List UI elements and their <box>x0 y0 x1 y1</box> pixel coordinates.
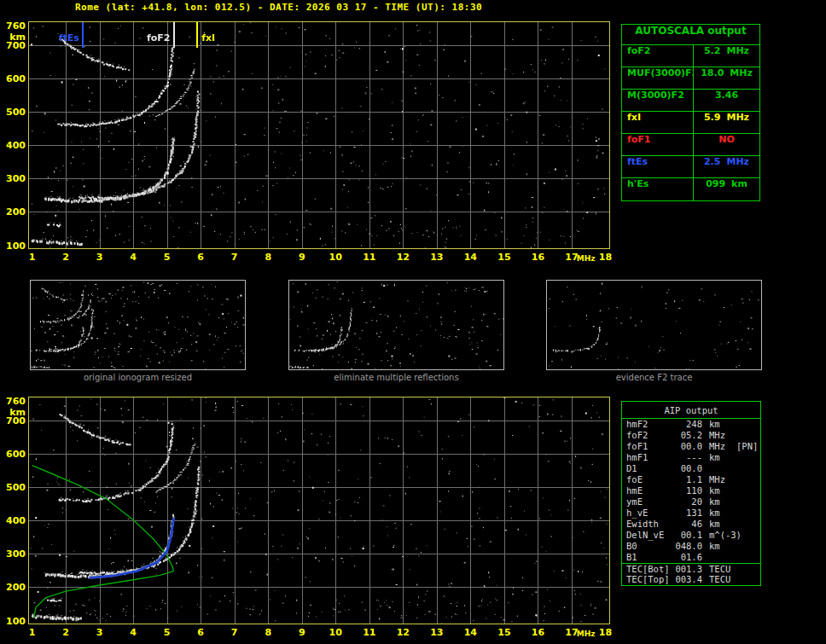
autoscala-row-label: foF1 <box>622 134 694 155</box>
aip-row-extra <box>735 452 760 463</box>
aip-row-extra <box>735 530 760 541</box>
aip-row-extra <box>735 574 760 585</box>
x-tick-label: 7 <box>225 627 244 638</box>
aip-row-B0: B0048.0km <box>622 541 760 552</box>
x-tick-label: 14 <box>461 252 480 263</box>
aip-row-unit: km <box>702 508 735 519</box>
x-tick-label: 15 <box>495 252 514 263</box>
y-tick-label: 500 <box>3 107 26 118</box>
aip-row-unit: MHz <box>702 441 735 452</box>
autoscala-table-title: AUTOSCALA output <box>622 25 759 45</box>
aip-row-label: hmF1 <box>622 452 672 463</box>
thumbnail-canvas-original <box>31 281 245 369</box>
x-tick-label: 11 <box>360 252 379 263</box>
aip-row-extra <box>735 552 760 563</box>
x-tick-label: 14 <box>461 627 480 638</box>
x-tick-label: 13 <box>428 252 446 263</box>
aip-row-label: DelN_vE <box>622 530 672 541</box>
x-tick-label: 2 <box>56 627 75 638</box>
autoscala-row-ftEs: ftEs2.5MHz <box>622 156 759 178</box>
autoscala-row-label: M(3000)F2 <box>622 90 694 111</box>
autoscala-row-value-cell: 5.2MHz <box>694 45 759 67</box>
y-tick-label: 300 <box>3 548 26 560</box>
x-tick-label: 16 <box>528 627 547 638</box>
x-tick-label: 18 <box>596 627 615 638</box>
x-axis-unit: MHz <box>577 629 596 638</box>
autoscala-row-foF2: foF25.2MHz <box>622 45 759 67</box>
aip-row-extra: [PN] <box>735 441 760 452</box>
aip-row-B1: B101.6 <box>622 552 760 563</box>
marker-label-ftEs: ftEs <box>45 32 79 44</box>
y-tick-label: 760 <box>3 396 26 407</box>
autoscala-row-unit: MHz <box>726 112 749 133</box>
aip-row-extra <box>735 496 760 508</box>
y-tick-label: 400 <box>3 140 26 151</box>
aip-row-label: hmE <box>622 485 672 496</box>
autoscala-row-value: 3.46 <box>715 90 738 111</box>
x-tick-label: 12 <box>393 252 412 263</box>
aip-table-title: AIP output <box>622 402 760 419</box>
aip-row-extra <box>735 519 760 530</box>
aip-row-value: 048.0 <box>672 541 702 552</box>
aip-row-extra <box>735 508 760 519</box>
x-tick-label: 7 <box>225 252 244 263</box>
aip-row-unit: MHz <box>702 430 735 441</box>
aip-row-value: 001.3 <box>672 564 702 574</box>
aip-row-DelN_vE: DelN_vE00.1m^(-3) <box>622 530 760 541</box>
autoscala-row-fxI: fxI5.9MHz <box>622 112 759 134</box>
aip-row-unit: km <box>702 541 735 552</box>
x-tick-label: 5 <box>158 252 177 263</box>
autoscala-row-value: 099 <box>706 178 725 200</box>
y-tick-label: 600 <box>3 73 26 84</box>
y-tick-label: 100 <box>3 616 26 627</box>
autoscala-row-value-cell: NO <box>694 134 759 155</box>
autoscala-row-value: 5.9 <box>704 112 721 133</box>
aip-row-value: 248 <box>672 419 702 430</box>
y-tick-label: 200 <box>3 582 26 593</box>
aip-row-extra <box>735 474 760 485</box>
marker-label-fxI: fxI <box>201 32 215 44</box>
aip-output-table: AIP output hmF2248kmfoF205.2MHzfoF100.0M… <box>621 401 761 586</box>
aip-row-h_vE: h_vE131km <box>622 508 760 519</box>
aip-row-TEC[Top]: TEC[Top]003.4TECU <box>622 574 760 585</box>
aip-row-label: hmF2 <box>622 419 672 430</box>
aip-row-unit: km <box>702 496 735 508</box>
marker-label-foF2: foF2 <box>137 32 171 44</box>
x-tick-label: 11 <box>360 627 379 638</box>
y-tick-label: 600 <box>3 449 26 460</box>
aip-row-label: TEC[Top] <box>622 574 672 585</box>
x-tick-label: 9 <box>293 252 311 263</box>
thumbnail-canvas-eliminate <box>289 281 503 369</box>
x-tick-label: 6 <box>191 252 210 263</box>
aip-row-extra <box>735 485 760 496</box>
x-tick-label: 8 <box>259 627 277 638</box>
x-tick-label: 1 <box>23 252 42 263</box>
ionogram-plot-top <box>28 21 610 249</box>
thumbnail-original-ionogram <box>30 280 246 370</box>
x-tick-label: 5 <box>158 627 177 638</box>
aip-row-value: 46 <box>672 519 702 530</box>
autoscala-row-unit: MHz <box>726 156 749 177</box>
x-tick-label: 9 <box>293 627 311 638</box>
autoscala-row-label: MUF(3000)F2 <box>622 67 694 89</box>
x-tick-label: 10 <box>326 252 345 263</box>
aip-row-value: 05.2 <box>672 430 702 441</box>
autoscala-table-rows: foF25.2MHzMUF(3000)F218.0MHzM(3000)F23.4… <box>622 45 759 200</box>
aip-row-value: 110 <box>672 485 702 496</box>
y-axis-unit: km <box>3 32 26 43</box>
page-title: Rome (lat: +41.8, lon: 012.5) - DATE: 20… <box>75 2 482 13</box>
x-tick-label: 1 <box>23 627 42 638</box>
aip-table-rows: hmF2248kmfoF205.2MHzfoF100.0MHz[PN]hmF1-… <box>622 419 760 585</box>
aip-row-extra <box>735 541 760 552</box>
thumbnail-eliminate-reflections <box>288 280 504 370</box>
aip-row-value: 00.0 <box>672 441 702 452</box>
x-tick-label: 4 <box>124 627 143 638</box>
y-tick-label: 200 <box>3 206 26 218</box>
aip-row-foF1: foF100.0MHz[PN] <box>622 441 760 452</box>
x-tick-label: 12 <box>393 627 412 638</box>
aip-row-D1: D100.0 <box>622 463 760 474</box>
ionogram-canvas-top <box>29 22 609 248</box>
x-tick-label: 3 <box>90 252 109 263</box>
aip-row-label: TEC[Bot] <box>622 564 672 574</box>
aip-row-value: 003.4 <box>672 574 702 585</box>
